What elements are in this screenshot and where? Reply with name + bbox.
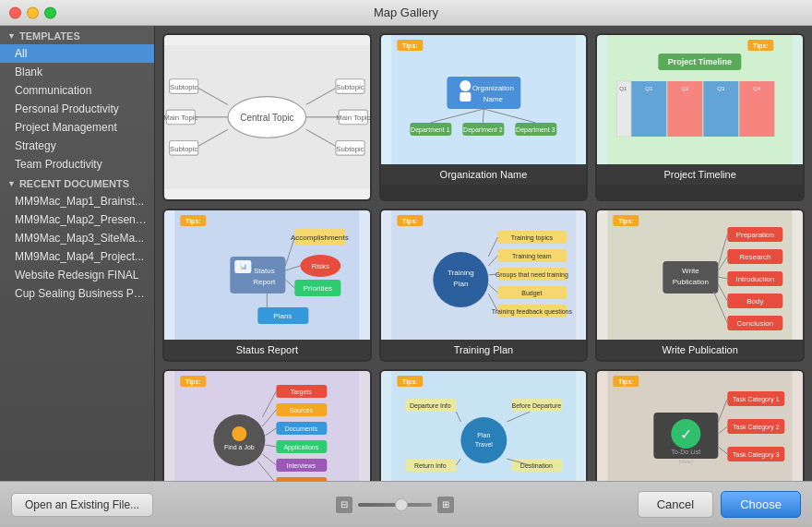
sidebar-recent-2[interactable]: MM9Mac_Map2_Present... (0, 210, 154, 229)
svg-rect-24 (447, 77, 520, 109)
svg-text:Plans: Plans (273, 312, 292, 320)
svg-text:Tips:: Tips: (185, 218, 201, 225)
open-existing-button[interactable]: Open an Existing File... (11, 493, 153, 517)
svg-text:Report: Report (253, 278, 276, 286)
recent-section-header: ▼ RECENT DOCUMENTS (0, 174, 154, 192)
svg-text:Applications: Applications (283, 444, 318, 451)
svg-rect-115 (174, 371, 359, 481)
svg-text:Tips:: Tips: (185, 378, 201, 386)
sidebar-item-all[interactable]: All (0, 44, 154, 63)
titlebar: Map Gallery (0, 0, 812, 26)
svg-text:Tips:: Tips: (402, 218, 418, 225)
svg-text:Tips:: Tips: (618, 218, 634, 225)
svg-text:Organization: Organization (472, 84, 513, 92)
gallery-label-write: Write Publication (597, 340, 803, 360)
svg-text:Introduction: Introduction (736, 275, 775, 283)
sidebar-item-personal-productivity[interactable]: Personal Productivity (0, 100, 154, 118)
gallery-item-write-publication[interactable]: Tips: Write Publication Preparation Rese… (595, 209, 805, 362)
svg-text:Central Topic: Central Topic (240, 113, 293, 123)
svg-text:[date]: [date] (679, 459, 693, 464)
svg-text:Travel: Travel (474, 441, 493, 448)
svg-text:Q4: Q4 (754, 86, 762, 91)
sidebar-item-team-productivity[interactable]: Team Productivity (0, 155, 154, 174)
bottom-right: Cancel Choose (638, 491, 801, 518)
svg-text:Write: Write (682, 267, 699, 275)
svg-text:Subtopic: Subtopic (170, 83, 197, 91)
svg-rect-26 (460, 92, 471, 102)
gallery-item-project-timeline[interactable]: Tips: Project Timeline Q1 Q1 Q2 Q3 (595, 33, 805, 201)
close-button[interactable] (9, 6, 21, 18)
svg-text:Risks: Risks (312, 262, 330, 270)
zoom-out-icon[interactable]: ⊟ (336, 497, 352, 513)
svg-text:Targets: Targets (291, 389, 312, 396)
svg-text:Department 2: Department 2 (463, 126, 503, 134)
minimize-button[interactable] (27, 6, 39, 18)
svg-text:Main Topic: Main Topic (336, 114, 369, 122)
main-layout: ▼ TEMPLATES All Blank Communication Pers… (0, 26, 812, 481)
svg-text:Main Topic: Main Topic (164, 114, 197, 122)
svg-text:Task Category 2: Task Category 2 (733, 424, 780, 431)
svg-text:Training feedback questions: Training feedback questions (491, 308, 572, 316)
svg-point-142 (460, 417, 507, 463)
maximize-button[interactable] (44, 6, 56, 18)
svg-text:Subtopic: Subtopic (336, 145, 364, 153)
svg-point-119 (232, 426, 246, 441)
svg-text:Subtopic: Subtopic (170, 145, 197, 153)
svg-text:Before Departure: Before Departure (511, 402, 561, 410)
svg-text:Body: Body (747, 297, 764, 305)
svg-text:Priorities: Priorities (304, 284, 332, 293)
gallery-thumb-blank-map: Central Topic Subtopic Main Topic (164, 35, 370, 199)
gallery-item-plan-travel[interactable]: Tips: Plan Travel Departure Info Before … (379, 369, 589, 481)
svg-text:Sources: Sources (289, 407, 313, 413)
gallery-thumb-org: Tips: Organization Name Department 1 Dep… (381, 35, 587, 164)
choose-button[interactable]: Choose (721, 491, 801, 518)
gallery-thumb-travel: Tips: Plan Travel Departure Info Before … (381, 371, 587, 481)
sidebar-item-strategy[interactable]: Strategy (0, 137, 154, 155)
svg-point-25 (460, 80, 471, 91)
sidebar-item-blank[interactable]: Blank (0, 63, 154, 81)
sidebar-item-project-management[interactable]: Project Management (0, 118, 154, 137)
zoom-in-icon[interactable]: ⊞ (437, 497, 454, 513)
templates-arrow: ▼ (7, 31, 16, 41)
sidebar-recent-1[interactable]: MM9Mac_Map1_Brainst... (0, 192, 154, 210)
svg-text:Tips:: Tips: (402, 42, 418, 50)
svg-text:Training team: Training team (512, 253, 552, 260)
gallery-thumb-write: Tips: Write Publication Preparation Rese… (597, 210, 803, 340)
svg-text:Plan: Plan (477, 432, 490, 438)
svg-text:Budget: Budget (521, 290, 542, 297)
gallery-item-blank-map[interactable]: Central Topic Subtopic Main Topic (162, 33, 372, 201)
svg-text:Publication: Publication (673, 278, 709, 286)
templates-label: TEMPLATES (19, 30, 80, 42)
gallery-item-status-report[interactable]: Tips: 📊 Status Report Accomplishments (162, 209, 372, 362)
svg-text:📊: 📊 (240, 263, 247, 270)
svg-text:Task Category 3: Task Category 3 (733, 451, 780, 459)
zoom-slider[interactable] (358, 503, 432, 507)
gallery-item-find-job[interactable]: Tips: Find a Job Targets Sources Do (162, 369, 372, 481)
gallery-label-training: Training Plan (381, 340, 587, 360)
svg-text:Tips:: Tips: (753, 42, 769, 50)
gallery-label-blank-map: Blank Map (164, 199, 370, 201)
svg-text:Tips:: Tips: (402, 378, 418, 386)
svg-text:Project Timeline: Project Timeline (668, 57, 732, 66)
gallery-item-training-plan[interactable]: Tips: Training Plan Training topics Trai… (379, 209, 589, 362)
svg-text:Q3: Q3 (718, 86, 726, 91)
svg-text:Return Info: Return Info (414, 462, 447, 469)
sidebar-recent-3[interactable]: MM9Mac_Map3_SiteMa... (0, 229, 154, 247)
gallery-item-todo[interactable]: Tips: ✓ To-Do List [date] Task Category … (595, 369, 805, 481)
svg-text:To-Do List: To-Do List (672, 449, 701, 455)
svg-text:Q2: Q2 (682, 86, 690, 91)
gallery-thumb-training: Tips: Training Plan Training topics Trai… (381, 210, 587, 340)
svg-text:Training topics: Training topics (510, 234, 553, 242)
gallery-label-status: Status Report (164, 340, 370, 360)
gallery-content: Central Topic Subtopic Main Topic (155, 26, 812, 481)
gallery-label-timeline: Project Timeline (597, 164, 803, 185)
sidebar: ▼ TEMPLATES All Blank Communication Pers… (0, 26, 155, 481)
svg-text:Preparation: Preparation (736, 231, 774, 239)
gallery-item-organization-name[interactable]: Tips: Organization Name Department 1 Dep… (379, 33, 589, 201)
sidebar-recent-5[interactable]: Website Redesign FINAL (0, 266, 154, 284)
sidebar-recent-4[interactable]: MM9Mac_Map4_Project... (0, 247, 154, 266)
sidebar-recent-6[interactable]: Cup Sealing Business Plan (0, 284, 154, 303)
svg-text:Name: Name (483, 95, 503, 103)
cancel-button[interactable]: Cancel (638, 491, 713, 518)
sidebar-item-communication[interactable]: Communication (0, 81, 154, 100)
